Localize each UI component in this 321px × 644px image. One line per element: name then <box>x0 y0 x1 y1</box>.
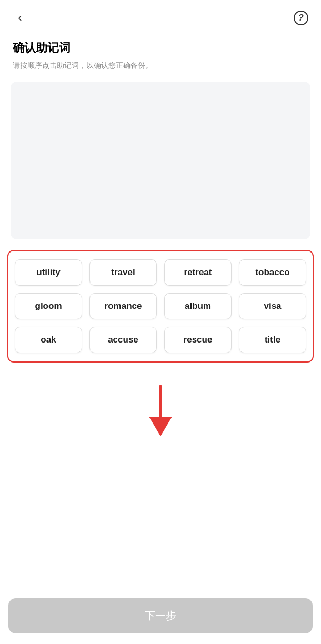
word-chip[interactable]: romance <box>89 293 157 319</box>
header: ‹ ? <box>0 0 321 36</box>
page-subtitle: 请按顺序点击助记词，以确认您正确备份。 <box>13 60 308 71</box>
help-icon: ? <box>294 11 308 25</box>
page-title: 确认助记词 <box>13 40 308 56</box>
back-button[interactable]: ‹ <box>11 8 29 27</box>
word-chip[interactable]: title <box>239 327 306 353</box>
word-chip[interactable]: accuse <box>89 327 157 353</box>
word-chip[interactable]: retreat <box>164 259 232 286</box>
word-chip[interactable]: utility <box>15 259 82 286</box>
down-arrow-icon <box>139 381 182 444</box>
word-chip[interactable]: rescue <box>164 327 232 353</box>
word-display-area <box>11 82 310 239</box>
bottom-section: 下一步 <box>0 628 321 644</box>
word-chip[interactable]: tobacco <box>239 259 306 286</box>
word-chip[interactable]: album <box>164 293 232 319</box>
word-selection-area: utilitytravelretreattobaccogloomromancea… <box>7 250 314 363</box>
word-grid: utilitytravelretreattobaccogloomromancea… <box>15 259 306 353</box>
title-section: 确认助记词 请按顺序点击助记词，以确认您正确备份。 <box>0 40 321 82</box>
svg-marker-1 <box>149 417 172 436</box>
word-chip[interactable]: visa <box>239 293 306 319</box>
back-icon: ‹ <box>18 11 22 25</box>
word-chip[interactable]: gloom <box>15 293 82 319</box>
next-button[interactable]: 下一步 <box>8 598 313 633</box>
word-chip[interactable]: travel <box>89 259 157 286</box>
arrow-container <box>0 378 321 447</box>
word-chip[interactable]: oak <box>15 327 82 353</box>
help-button[interactable]: ? <box>292 8 310 27</box>
